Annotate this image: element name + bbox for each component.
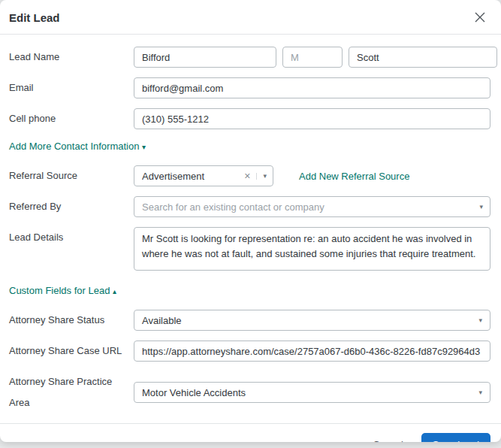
referral-source-select[interactable]: Advertisement × ▾ xyxy=(134,165,273,186)
modal-title: Edit Lead xyxy=(9,11,60,24)
add-more-contact-row: Add More Contact Information ▾ xyxy=(9,139,490,153)
referred-by-input[interactable] xyxy=(134,196,490,217)
referral-source-label: Referral Source xyxy=(9,165,134,186)
attorney-share-status-value: Available xyxy=(142,315,182,326)
close-icon[interactable] xyxy=(472,10,487,25)
middle-name-input[interactable] xyxy=(282,47,343,68)
attorney-share-practice-area-select[interactable]: Motor Vehicle Accidents ▾ xyxy=(134,382,490,403)
add-new-referral-source-link[interactable]: Add New Referral Source xyxy=(299,171,409,182)
attorney-share-practice-area-label: Attorney Share Practice Area xyxy=(9,371,134,413)
attorney-share-status-select[interactable]: Available ▾ xyxy=(134,310,490,331)
referred-by-label: Referred By xyxy=(9,196,134,217)
attorney-share-case-url-label: Attorney Share Case URL xyxy=(9,341,134,362)
email-label: Email xyxy=(9,77,134,98)
lead-name-fields xyxy=(134,47,490,68)
lead-name-label: Lead Name xyxy=(9,47,134,68)
cancel-button[interactable]: Cancel xyxy=(364,434,412,442)
email-row: Email xyxy=(9,77,490,98)
modal-footer: Cancel Save Lead xyxy=(0,423,501,442)
attorney-share-case-url-row: Attorney Share Case URL xyxy=(9,341,490,362)
caret-down-icon: ▾ xyxy=(256,173,267,180)
lead-details-textarea[interactable]: Mr Scott is looking for representation r… xyxy=(134,227,490,271)
attorney-share-practice-area-row: Attorney Share Practice Area Motor Vehic… xyxy=(9,371,490,413)
custom-fields-link[interactable]: Custom Fields for Lead ▴ xyxy=(9,285,116,296)
lead-name-row: Lead Name xyxy=(9,47,490,68)
caret-up-icon: ▴ xyxy=(113,287,116,295)
custom-fields-label: Custom Fields for Lead xyxy=(9,285,110,296)
chevron-down-icon: ▾ xyxy=(478,317,482,324)
attorney-share-status-row: Attorney Share Status Available ▾ xyxy=(9,310,490,331)
referral-source-value: Advertisement xyxy=(142,171,241,182)
add-more-contact-link[interactable]: Add More Contact Information ▾ xyxy=(9,141,146,152)
email-input[interactable] xyxy=(134,77,490,98)
custom-fields-row: Custom Fields for Lead ▴ xyxy=(9,283,490,297)
attorney-share-case-url-input[interactable] xyxy=(134,341,490,362)
add-more-contact-label: Add More Contact Information xyxy=(9,141,139,152)
save-lead-button[interactable]: Save Lead xyxy=(421,433,490,442)
modal-body: Lead Name Email Cell phone Add More Cont… xyxy=(0,35,501,423)
edit-lead-modal: Edit Lead Lead Name Email Cell phone xyxy=(0,0,501,442)
lead-details-label: Lead Details xyxy=(9,227,134,248)
last-name-input[interactable] xyxy=(349,47,497,68)
attorney-share-status-label: Attorney Share Status xyxy=(9,310,134,331)
referred-by-row: Referred By ▾ xyxy=(9,196,490,217)
cell-phone-input[interactable] xyxy=(134,108,490,129)
clear-icon[interactable]: × xyxy=(241,170,256,182)
cell-phone-row: Cell phone xyxy=(9,108,490,129)
lead-details-row: Lead Details Mr Scott is looking for rep… xyxy=(9,227,490,271)
referral-source-row: Referral Source Advertisement × ▾ Add Ne… xyxy=(9,165,490,186)
attorney-share-practice-area-value: Motor Vehicle Accidents xyxy=(142,387,246,398)
chevron-down-icon: ▾ xyxy=(478,389,482,396)
modal-header: Edit Lead xyxy=(0,0,501,35)
caret-down-icon: ▾ xyxy=(142,143,146,151)
cell-phone-label: Cell phone xyxy=(9,108,134,129)
first-name-input[interactable] xyxy=(134,47,276,68)
